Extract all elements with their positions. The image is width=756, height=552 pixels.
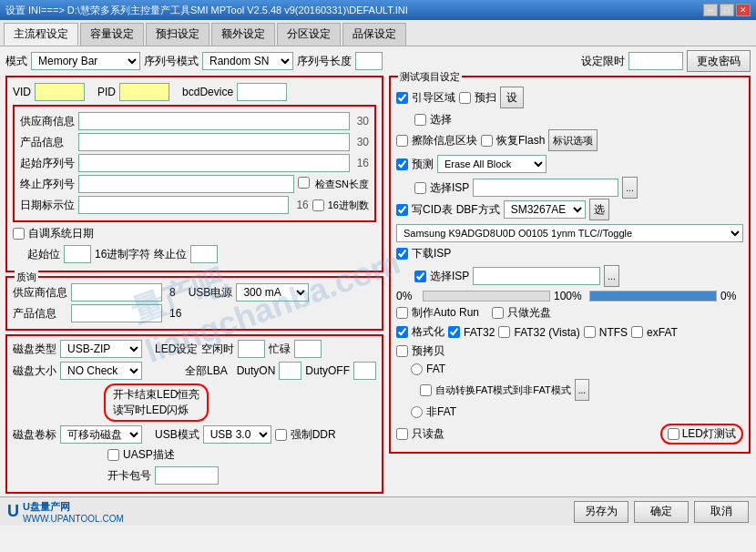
- disk-volume-select[interactable]: 可移动磁盘: [60, 425, 142, 444]
- save-as-button[interactable]: 另存为: [574, 501, 628, 523]
- duty-on-input[interactable]: 0: [279, 362, 301, 380]
- card-pkg-input[interactable]: P0414v1: [155, 466, 219, 485]
- check-sn-check[interactable]: [298, 177, 310, 191]
- auto-date-label: 自调系统日期: [28, 226, 94, 241]
- auto-convert-browse-button[interactable]: ...: [575, 379, 589, 401]
- auto-run-checkbox[interactable]: [396, 307, 408, 319]
- hex-char-label: 16进制字符: [95, 247, 150, 262]
- start-sn-input[interactable]: 0353416010003025: [78, 154, 350, 172]
- disk-volume-row: 磁盘卷标 可移动磁盘 USB模式 USB 3.0 强制DDR: [13, 425, 376, 444]
- fat32-checkbox[interactable]: [448, 326, 460, 338]
- precopy-label: 预拷贝: [412, 343, 444, 359]
- start-sn-num: 16: [357, 157, 369, 169]
- isp-file-input[interactable]: UFD_3267AE\SM3267AEISP-ISPSAA19nn ....: [473, 267, 600, 285]
- query-supplier-input[interactable]: Samsung: [71, 283, 162, 302]
- supplier-input[interactable]: Samsung: [78, 112, 350, 130]
- predict-label: 预测: [412, 157, 434, 172]
- seq-mode-select[interactable]: Random SN: [202, 52, 293, 70]
- isp-browse-button[interactable]: ...: [604, 265, 618, 287]
- flash-select[interactable]: Samsung K9ADGD8U0D O0105 1ynm TLC//Toggl…: [396, 224, 743, 242]
- check-sn-checkbox[interactable]: [298, 177, 310, 189]
- query-product-input[interactable]: Flash Drive: [71, 304, 162, 322]
- uasp-checkbox[interactable]: [107, 449, 119, 461]
- end-pos-input[interactable]: 10: [190, 245, 218, 263]
- ntfs-checkbox[interactable]: [584, 326, 596, 338]
- restore-flash-checkbox[interactable]: [481, 135, 493, 147]
- tab-capacity[interactable]: 容量设定: [80, 23, 144, 46]
- bcd-input[interactable]: 1100: [237, 83, 287, 101]
- product-input[interactable]: Flash Drive: [78, 133, 350, 151]
- close-button[interactable]: ✕: [736, 4, 751, 16]
- vid-label: VID: [13, 86, 31, 98]
- boot-area-checkbox[interactable]: [396, 92, 408, 104]
- tab-partition[interactable]: 分区设定: [277, 23, 341, 46]
- confirm-button[interactable]: 确定: [634, 501, 689, 523]
- restore-flash-label: 恢复Flash: [496, 133, 545, 148]
- duty-off-input[interactable]: 0: [353, 362, 376, 380]
- exfat-checkbox[interactable]: [631, 326, 643, 338]
- change-password-button[interactable]: 更改密码: [687, 50, 751, 72]
- supplier-label: 供应商信息: [20, 114, 75, 129]
- duty-on-label: DutyON: [237, 364, 276, 377]
- auto-convert-checkbox[interactable]: [420, 384, 432, 396]
- uf-file-input[interactable]: UFD_3267AE\SM3267AEPTEST.bin: [473, 179, 618, 197]
- tab-main-process[interactable]: 主流程设定: [4, 23, 78, 46]
- fat-radio[interactable]: [411, 363, 423, 375]
- nonfat-radio[interactable]: [411, 406, 423, 418]
- uf-browse-button[interactable]: ...: [622, 177, 637, 199]
- busy-input[interactable]: 48: [294, 340, 322, 358]
- optical-checkbox[interactable]: [492, 307, 504, 319]
- dbf-select[interactable]: SM3267AE: [504, 200, 586, 219]
- disk-size-label: 磁盘大小: [13, 363, 56, 379]
- led-test-highlight: LED灯测试: [660, 424, 743, 445]
- select-isp-checkbox[interactable]: [414, 271, 426, 282]
- time-limit-input[interactable]: 10000: [628, 52, 683, 70]
- predict-checkbox[interactable]: [396, 158, 408, 170]
- write-cid-checkbox[interactable]: [396, 204, 408, 216]
- time-limit-label: 设定限时: [581, 54, 625, 69]
- usb-power-select[interactable]: 300 mA: [236, 283, 309, 302]
- download-isp-row: 下载ISP: [396, 246, 743, 261]
- mode-select[interactable]: Memory Bar: [31, 52, 140, 70]
- erase-info-checkbox[interactable]: [396, 135, 408, 147]
- predict-select-checkbox[interactable]: [414, 182, 426, 194]
- fat32vista-checkbox[interactable]: [498, 326, 510, 338]
- hex-checkbox[interactable]: [312, 199, 324, 211]
- minimize-button[interactable]: ─: [703, 4, 718, 16]
- usb-row: VID 090C PID 1000 bcdDevice 1100: [13, 83, 376, 101]
- led-test-checkbox[interactable]: [668, 428, 679, 440]
- tab-prescan[interactable]: 预扫设定: [146, 23, 209, 46]
- cancel-button[interactable]: 取消: [694, 501, 749, 523]
- format-checkbox[interactable]: [396, 326, 408, 338]
- seq-len-input[interactable]: 16: [355, 52, 383, 70]
- boot-area-label: 引导区域: [412, 90, 455, 106]
- download-isp-checkbox[interactable]: [396, 248, 408, 260]
- end-sn-input[interactable]: 0353416010003025: [78, 175, 294, 193]
- date-input[interactable]: 0353416010003025: [78, 196, 289, 214]
- predict-select[interactable]: Erase All Block: [437, 155, 547, 173]
- auto-date-checkbox[interactable]: [13, 228, 25, 240]
- cid-select-button[interactable]: 选: [589, 199, 609, 220]
- vendor-info-group: 供应商信息 Samsung 30 产品信息 Flash Drive 30 起始序…: [13, 105, 376, 222]
- vid-input[interactable]: 090C: [35, 83, 85, 101]
- readonly-checkbox[interactable]: [396, 428, 408, 440]
- tab-qa[interactable]: 品保设定: [342, 23, 406, 46]
- disk-size-select[interactable]: NO Check: [60, 362, 142, 380]
- maximize-button[interactable]: □: [720, 4, 734, 16]
- all-lba-label: 全部LBA: [185, 363, 228, 379]
- start-pos-input[interactable]: 3: [64, 245, 91, 263]
- query-product-row: 产品信息 Flash Drive 16: [13, 304, 376, 322]
- set-button[interactable]: 设: [500, 87, 524, 108]
- idle-input[interactable]: 3: [238, 340, 265, 358]
- usb-mode-select[interactable]: USB 3.0: [203, 425, 271, 444]
- tab-extra[interactable]: 额外设定: [211, 23, 275, 46]
- pid-input[interactable]: 1000: [119, 83, 169, 101]
- precopy-checkbox[interactable]: [396, 345, 408, 357]
- adv-button[interactable]: 标识选项: [548, 129, 598, 151]
- led-setting-label: LED设定: [155, 342, 198, 357]
- prescan-checkbox[interactable]: [459, 92, 471, 104]
- boot-select-checkbox[interactable]: [414, 114, 426, 126]
- force-ddr-checkbox[interactable]: [275, 429, 287, 441]
- disk-type-select[interactable]: USB-ZIP: [60, 340, 142, 358]
- boot-area-row: 引导区域 预扫 设: [396, 87, 743, 108]
